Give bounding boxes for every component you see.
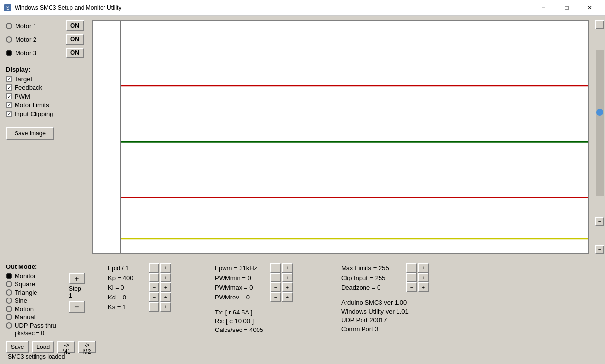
target-checkbox-row: Target [6, 75, 84, 83]
square-label: Square [15, 281, 35, 288]
pwmmin-row: PWMmin = 0 − + [215, 273, 341, 282]
pwmmin-plus[interactable]: + [282, 273, 293, 282]
pwmmin-controls: − + [270, 273, 293, 282]
chart-area [92, 20, 589, 254]
close-button[interactable]: ✕ [579, 0, 601, 16]
pwm-col: Fpwm = 31kHz − + PWMmin = 0 − + PWMmax =… [215, 263, 341, 333]
fpwm-plus[interactable]: + [282, 263, 293, 273]
version-section: Arduino SMC3 ver 1.00 Windows Utility ve… [341, 299, 467, 332]
clipinput-plus[interactable]: + [418, 273, 429, 282]
scroll-top-button[interactable]: − [595, 20, 604, 29]
motor-2-label: Motor 2 [15, 36, 63, 43]
deadzone-plus[interactable]: + [418, 282, 429, 292]
motor-1-radio[interactable] [6, 23, 12, 29]
save-button[interactable]: Save [6, 341, 29, 353]
m2-button[interactable]: -> M2 [78, 341, 96, 353]
fpid-controls: − + [149, 263, 171, 273]
step-plus-button[interactable]: + [69, 273, 85, 284]
motor-3-on-button[interactable]: ON [66, 48, 84, 58]
pwmmin-label: PWMmin = 0 [215, 274, 268, 281]
fpwm-minus[interactable]: − [270, 263, 281, 273]
m1-button[interactable]: -> M1 [57, 341, 75, 353]
motion-radio[interactable] [6, 306, 12, 312]
udp-label: UDP Pass thru [15, 322, 56, 329]
pwm-checkbox[interactable] [6, 93, 12, 99]
triangle-radio[interactable] [6, 289, 12, 296]
scroll-mid-button[interactable]: − [595, 217, 604, 226]
pwmmax-plus[interactable]: + [282, 282, 293, 292]
kd-controls: − + [149, 292, 171, 302]
manual-radio[interactable] [6, 314, 12, 320]
step-minus-button[interactable]: − [69, 301, 85, 313]
motorlimits-checkbox[interactable] [6, 102, 12, 108]
scroll-bot-button[interactable]: − [595, 245, 604, 254]
ki-plus[interactable]: + [160, 282, 171, 292]
fpid-plus[interactable]: + [160, 263, 171, 273]
square-radio[interactable] [6, 281, 12, 287]
outmode-col: Out Mode: Monitor Square Triangle Sine [6, 263, 69, 360]
ks-minus[interactable]: − [149, 302, 159, 312]
scrollbar-area: − − − [594, 16, 605, 259]
feedback-checkbox[interactable] [6, 84, 12, 91]
save-image-button[interactable]: Save Image [6, 127, 54, 140]
sine-radio[interactable] [6, 298, 12, 304]
restore-button[interactable]: □ [555, 0, 578, 16]
deadzone-controls: − + [406, 282, 429, 292]
pwm-checkbox-row: PWM [6, 93, 84, 100]
inputclipping-checkbox[interactable] [6, 111, 12, 117]
deadzone-label: Deadzone = 0 [341, 284, 404, 291]
motor-1-row: Motor 1 ON [6, 20, 84, 31]
arduino-version: Arduino SMC3 ver 1.00 [341, 299, 467, 306]
scroll-thumb[interactable] [596, 109, 603, 116]
ki-row: Ki = 0 − + [108, 282, 215, 292]
fpid-minus[interactable]: − [149, 263, 159, 273]
motor-2-radio[interactable] [6, 36, 12, 43]
motor-3-label: Motor 3 [15, 50, 63, 57]
target-checkbox[interactable] [6, 76, 12, 82]
kd-plus[interactable]: + [160, 292, 171, 302]
pwmrev-minus[interactable]: − [270, 292, 281, 302]
fpwm-row: Fpwm = 31kHz − + [215, 263, 341, 273]
maxlimits-minus[interactable]: − [406, 263, 417, 273]
udp-radio[interactable] [6, 322, 12, 329]
pwmmin-minus[interactable]: − [270, 273, 281, 282]
motor-3-radio[interactable] [6, 50, 12, 56]
sine-label: Sine [15, 297, 27, 304]
motor-2-on-button[interactable]: ON [66, 34, 84, 45]
pwm-label: PWM [15, 93, 30, 100]
fpid-label: Fpid / 1 [108, 265, 147, 272]
pwmmax-label: PWMmax = 0 [215, 284, 268, 291]
pwmrev-plus[interactable]: + [282, 292, 293, 302]
title-bar-text: Windows SMC3 Setup and Monitor Utility [15, 4, 532, 11]
ki-controls: − + [149, 282, 171, 292]
pwmmax-minus[interactable]: − [270, 282, 281, 292]
minimize-button[interactable]: − [532, 0, 554, 16]
ks-label: Ks = 1 [108, 303, 147, 311]
motor-1-on-button[interactable]: ON [66, 20, 84, 31]
kp-plus[interactable]: + [160, 273, 171, 282]
motorlimits-label: Motor Limits [15, 101, 49, 109]
monitor-radio[interactable] [6, 273, 12, 279]
ki-minus[interactable]: − [149, 282, 159, 292]
ks-plus[interactable]: + [160, 302, 171, 312]
title-bar: S Windows SMC3 Setup and Monitor Utility… [0, 0, 605, 16]
fpwm-label: Fpwm = 31kHz [215, 265, 268, 272]
maxlimits-plus[interactable]: + [418, 263, 429, 273]
outmode-triangle: Triangle [6, 289, 69, 296]
fpid-row: Fpid / 1 − + [108, 263, 215, 273]
kp-minus[interactable]: − [149, 273, 159, 282]
clipinput-minus[interactable]: − [406, 273, 417, 282]
display-label: Display: [6, 66, 84, 73]
calcs-label: Calcs/sec = 4005 [215, 326, 341, 333]
ks-controls: − + [149, 302, 171, 312]
load-button[interactable]: Load [32, 341, 54, 353]
outmode-udp: UDP Pass thru [6, 322, 69, 329]
step-label: Step [69, 285, 108, 292]
left-panel: Motor 1 ON Motor 2 ON Motor 3 ON Display… [0, 16, 90, 259]
kd-minus[interactable]: − [149, 292, 159, 302]
scroll-track [596, 50, 604, 196]
limits-col: Max Limits = 255 − + Clip Input = 255 − … [341, 263, 467, 332]
kp-row: Kp = 400 − + [108, 273, 215, 282]
deadzone-minus[interactable]: − [406, 282, 417, 292]
pwmmax-controls: − + [270, 282, 293, 292]
